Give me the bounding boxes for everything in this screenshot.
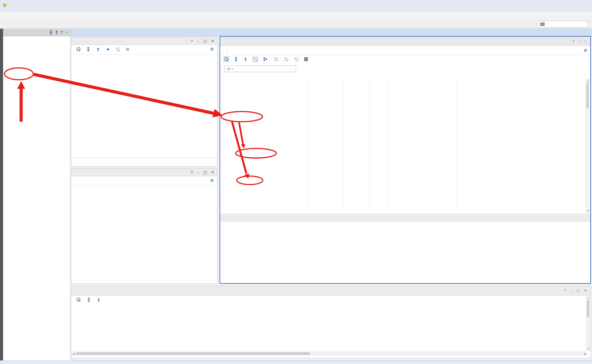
group-by-icon[interactable] bbox=[262, 55, 269, 63]
sources-tab-strip bbox=[71, 158, 217, 166]
add-run-icon[interactable] bbox=[145, 296, 151, 304]
percent-icon[interactable] bbox=[154, 296, 161, 304]
results-vertical-scrollbar[interactable]: ▲ ▼ bbox=[586, 296, 590, 351]
forward-arrow-icon[interactable] bbox=[198, 176, 205, 185]
gear-icon[interactable]: ⚙ bbox=[209, 45, 215, 54]
license-key-icon bbox=[283, 55, 290, 63]
add-sources-icon[interactable]: + bbox=[105, 45, 111, 54]
editor-tab-strip bbox=[220, 37, 590, 46]
minimize-panel-icon[interactable]: – bbox=[197, 170, 199, 174]
close-icon[interactable]: ✕ bbox=[211, 170, 214, 174]
help-icon[interactable]: ? bbox=[191, 170, 193, 174]
gear-icon[interactable]: ⚙ bbox=[209, 176, 215, 185]
divider: | bbox=[227, 48, 228, 53]
collapse-all-icon[interactable] bbox=[50, 30, 52, 34]
float-panel-icon[interactable]: ▢ bbox=[576, 288, 580, 293]
close-icon[interactable]: ✕ bbox=[211, 39, 214, 43]
help-icon[interactable]: ? bbox=[573, 39, 575, 44]
ip-catalog-panel: ? | ⚙ i ▾ ▲ ▼ bbox=[220, 36, 591, 284]
help-icon[interactable]: ? bbox=[61, 30, 63, 34]
vivado-logo-icon bbox=[3, 3, 7, 8]
flow-navigator-header: ? – bbox=[3, 29, 70, 36]
close-icon[interactable]: ✕ bbox=[584, 288, 587, 293]
maximize-button[interactable] bbox=[566, 0, 579, 11]
run-icon bbox=[125, 296, 132, 304]
ip-search-row: ▾ bbox=[220, 64, 590, 73]
pin-filter-icon[interactable] bbox=[252, 55, 259, 63]
properties-header: ? – ▢ ✕ bbox=[71, 168, 217, 176]
float-panel-icon[interactable]: ▢ bbox=[204, 39, 207, 43]
sidebar-collapse-strip[interactable] bbox=[0, 29, 3, 360]
float-panel-icon[interactable]: ▢ bbox=[204, 170, 207, 174]
forward-icon bbox=[135, 296, 142, 304]
sources-header: ? – ▢ ✕ bbox=[71, 37, 217, 45]
collapse-all-icon[interactable] bbox=[233, 55, 239, 63]
layout-icon bbox=[540, 23, 544, 26]
layout-selector[interactable] bbox=[538, 21, 588, 28]
step-back-icon bbox=[105, 296, 112, 304]
properties-toolbar: ⚙ bbox=[71, 176, 217, 185]
flow-navigator-panel: ? – bbox=[3, 29, 70, 360]
sources-panel: ? – ▢ ✕ + ⚙ bbox=[71, 37, 217, 167]
properties-panel: ? – ▢ ✕ ⚙ bbox=[71, 168, 217, 284]
float-panel-icon[interactable] bbox=[578, 41, 581, 43]
customize-ip-icon bbox=[273, 55, 279, 63]
minimize-panel-icon[interactable]: – bbox=[570, 288, 572, 293]
expand-all-icon[interactable] bbox=[242, 55, 249, 63]
title-bar bbox=[0, 0, 592, 11]
status-bar bbox=[0, 360, 592, 364]
chip-icon bbox=[293, 55, 300, 63]
expand-all-icon[interactable] bbox=[56, 30, 58, 34]
close-button[interactable] bbox=[579, 0, 592, 11]
cores-interfaces-row: | ⚙ bbox=[220, 46, 590, 55]
results-panel: ? – ▢ ✕ ◀ ▶ ▲ ▼ bbox=[71, 286, 591, 358]
maximize-panel-icon[interactable] bbox=[584, 41, 587, 43]
minimize-button[interactable] bbox=[552, 0, 566, 11]
ip-catalog-toolbar: i bbox=[220, 55, 590, 64]
ip-search-input[interactable]: ▾ bbox=[225, 65, 296, 72]
details-header bbox=[220, 214, 590, 222]
sources-toolbar: + ⚙ bbox=[71, 45, 217, 54]
horizontal-scrollbar[interactable]: ◀ ▶ bbox=[72, 352, 587, 356]
gear-icon[interactable]: ⚙ bbox=[584, 48, 587, 53]
expand-all-icon[interactable] bbox=[95, 45, 101, 54]
collapse-all-icon[interactable] bbox=[85, 45, 92, 54]
menu-bar bbox=[0, 11, 592, 20]
catalog-vertical-scrollbar[interactable]: ▲ ▼ bbox=[586, 79, 589, 213]
design-runs-toolbar bbox=[71, 296, 591, 305]
help-icon[interactable]: ? bbox=[564, 288, 566, 293]
collapse-all-icon[interactable] bbox=[85, 296, 92, 304]
documentation-icon bbox=[114, 45, 121, 54]
context-bar bbox=[70, 29, 592, 36]
main-toolbar bbox=[0, 20, 592, 28]
search-icon[interactable] bbox=[75, 296, 82, 304]
help-icon[interactable]: ? bbox=[191, 39, 193, 43]
info-icon[interactable]: i bbox=[302, 55, 309, 63]
results-tab-strip bbox=[71, 286, 591, 296]
search-icon[interactable] bbox=[75, 45, 82, 54]
minimize-panel-icon[interactable]: – bbox=[197, 39, 199, 43]
search-icon[interactable] bbox=[223, 55, 230, 63]
expand-all-icon[interactable] bbox=[95, 296, 102, 304]
messages-count bbox=[130, 45, 137, 54]
rewind-icon bbox=[115, 296, 122, 304]
back-arrow-icon[interactable] bbox=[190, 176, 197, 185]
minimize-panel-icon[interactable]: – bbox=[65, 30, 67, 34]
